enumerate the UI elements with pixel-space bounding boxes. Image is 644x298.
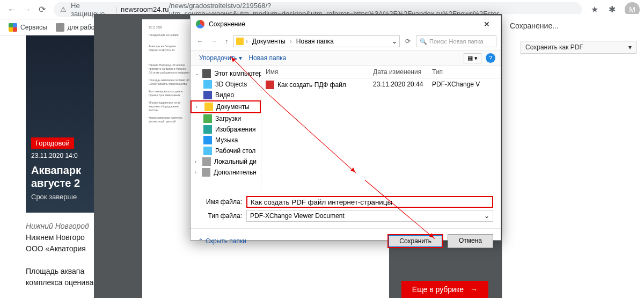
tree-music[interactable]: Музыка — [191, 135, 261, 146]
tree-local-disk[interactable]: ›Локальный ди — [191, 156, 261, 167]
tree-images[interactable]: Изображения — [191, 124, 261, 135]
tree-extras[interactable]: ›Дополнительн — [191, 167, 261, 178]
hide-folders-toggle[interactable]: ⌃Скрыть папки — [198, 237, 246, 245]
view-mode-button[interactable]: ▦ ▾ — [464, 53, 481, 63]
save-file-dialog: Сохранение ✕ ← → ↑ › Документы › Новая п… — [190, 15, 501, 241]
disk-icon — [202, 168, 210, 177]
pdf-icon — [266, 81, 274, 89]
url-domain: newsroom24.ru — [121, 5, 169, 13]
print-title: Сохранение... — [510, 21, 636, 30]
back-button[interactable]: ← — [4, 2, 19, 17]
file-list-header[interactable]: Имя Дата изменения Тип — [261, 66, 501, 78]
rubric-button[interactable]: Еще в рубрике→ — [401, 281, 488, 298]
documents-icon — [204, 103, 213, 111]
brand-badge: Городовой — [31, 137, 74, 149]
search-icon: 🔍 — [420, 38, 427, 45]
help-button[interactable]: ? — [486, 53, 495, 63]
music-icon — [203, 136, 212, 144]
tree-video[interactable]: Видео — [191, 90, 261, 100]
desktop-icon — [203, 147, 212, 155]
video-icon — [203, 91, 212, 99]
folder-tree: ⌄Этот компьютер 3D Objects Видео ›Докуме… — [191, 66, 261, 190]
tree-3d-objects[interactable]: 3D Objects — [191, 79, 261, 90]
nav-back-button[interactable]: ← — [195, 37, 206, 46]
reload-button[interactable]: ⟳ — [34, 2, 49, 17]
cover-subtitle: Срок заверше — [31, 193, 96, 201]
folder-icon — [56, 23, 64, 32]
close-button[interactable]: ✕ — [478, 18, 495, 31]
print-sidebar: Сохранение... Сохранить как PDF▾ Сохрани… — [502, 14, 644, 298]
new-folder-button[interactable]: Новая папка — [245, 52, 289, 64]
filename-label: Имя файла: — [198, 198, 246, 206]
cover-title: Аквапарк августе 2 — [31, 164, 96, 190]
nav-forward-button[interactable]: → — [209, 37, 219, 46]
print-destination[interactable]: Сохранить как PDF▾ — [521, 41, 636, 54]
breadcrumb[interactable]: › Документы › Новая папка ⌄ — [233, 35, 400, 47]
organize-menu[interactable]: Упорядочить ▾ — [196, 52, 245, 64]
tree-documents[interactable]: ›Документы — [191, 100, 261, 113]
tree-this-pc[interactable]: ⌄Этот компьютер — [191, 68, 261, 79]
dialog-titlebar: Сохранение ✕ — [191, 16, 501, 33]
save-fields: Имя файла: Тип файла: PDF-XChange Viewer… — [191, 190, 501, 228]
cover-date: 23.11.2020 14:0 — [31, 152, 96, 159]
pc-icon — [202, 69, 211, 78]
apps-shortcut[interactable]: Сервисы — [4, 21, 52, 34]
forward-button[interactable]: → — [19, 2, 34, 17]
chrome-icon — [196, 20, 204, 28]
disk-icon — [202, 157, 211, 166]
arrow-right-icon: → — [470, 285, 478, 294]
cube-icon — [203, 80, 212, 89]
images-icon — [203, 125, 212, 134]
folder-icon — [236, 38, 244, 45]
downloads-icon — [203, 114, 212, 123]
filename-input[interactable] — [246, 196, 493, 208]
dialog-nav: ← → ↑ › Документы › Новая папка ⌄ ⟳ 🔍 По… — [191, 33, 501, 50]
file-list: Имя Дата изменения Тип Как создать ПДФ ф… — [261, 66, 501, 190]
tree-downloads[interactable]: Загрузки — [191, 113, 261, 124]
cancel-button[interactable]: Отмена — [448, 234, 493, 248]
dialog-footer: ⌃Скрыть папки Сохранить Отмена — [191, 228, 501, 253]
dialog-title: Сохранение — [209, 20, 245, 28]
article-cover: Городовой 23.11.2020 14:0 Аквапарк авгус… — [26, 35, 101, 213]
file-row[interactable]: Как создать ПДФ файл 23.11.2020 20:44 PD… — [261, 78, 501, 91]
filetype-label: Тип файла: — [198, 212, 246, 220]
apps-icon — [9, 23, 17, 32]
search-input[interactable]: 🔍 Поиск: Новая папка — [416, 35, 496, 47]
chevron-down-icon[interactable]: ⌄ — [392, 38, 397, 45]
filetype-select[interactable]: PDF-XChange Viewer Document⌄ — [246, 210, 493, 222]
nav-up-button[interactable]: ↑ — [223, 37, 230, 46]
refresh-button[interactable]: ⟳ — [403, 37, 413, 46]
tree-desktop[interactable]: Рабочий стол — [191, 146, 261, 156]
